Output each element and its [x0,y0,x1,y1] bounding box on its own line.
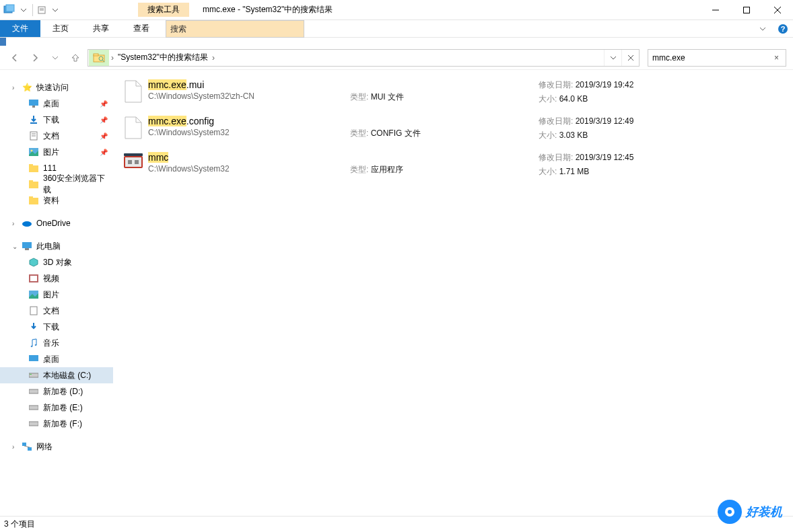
sidebar-item-label: 快速访问 [36,82,69,93]
navigation-bar: › "System32"中的搜索结果 › × [0,46,793,70]
svg-rect-25 [29,165,38,172]
drive-icon [28,402,39,413]
download-icon [28,114,39,125]
document-icon [28,130,39,141]
search-input[interactable] [652,53,771,63]
pin-icon: 📌 [100,149,108,156]
size-label: 大小: [539,167,559,176]
svg-rect-18 [32,106,35,108]
picture-icon [28,289,39,300]
sidebar-item-label: 111 [43,163,57,173]
svg-point-31 [22,221,32,227]
sidebar-pictures2[interactable]: 图片 [0,287,113,303]
sidebar-downloads[interactable]: 下载📌 [0,112,113,128]
result-path: C:\Windows\System32\zh-CN [148,91,350,101]
status-bar: 3 个项目 [0,516,793,532]
pin-icon: 📌 [100,100,108,108]
tab-share[interactable]: 共享 [81,20,121,37]
tab-home[interactable]: 主页 [40,20,81,37]
drive-icon [28,370,39,381]
sidebar-documents2[interactable]: 文档 [0,303,113,319]
sidebar-documents[interactable]: 文档📌 [0,128,113,144]
sidebar-folder-ziliao[interactable]: 资料 [0,192,113,208]
folder-icon [28,179,39,190]
svg-rect-40 [30,374,32,375]
watermark: 好装机 [718,500,782,524]
result-size: 64.0 KB [559,94,588,104]
sidebar-desktop[interactable]: 桌面📌 [0,96,113,112]
breadcrumb-chevron-icon[interactable]: › [110,53,115,63]
size-label: 大小: [539,130,559,140]
sidebar-network[interactable]: ›网络 [0,439,113,455]
breadcrumb-location[interactable]: "System32"中的搜索结果 [115,52,211,63]
tab-view[interactable]: 查看 [121,20,162,37]
result-path: C:\Windows\System32 [148,128,350,137]
clear-search-icon[interactable]: × [771,53,782,63]
sidebar-vol-f[interactable]: 新加卷 (F:) [0,416,113,432]
sidebar-item-label: 下载 [43,114,59,126]
pin-icon: 📌 [100,116,108,124]
sidebar-item-label: 文档 [43,130,59,142]
sidebar-item-label: 文档 [43,305,59,317]
size-label: 大小: [539,94,559,104]
result-type: CONFIG 文件 [371,128,421,138]
svg-rect-29 [29,198,38,204]
svg-rect-43 [29,422,38,426]
sidebar-3d-objects[interactable]: 3D 对象 [0,254,113,270]
3d-icon [28,257,39,268]
address-dropdown-icon[interactable] [604,50,621,66]
file-icon [121,79,145,106]
result-row[interactable]: mmcC:\Windows\System32 类型: 应用程序修改日期: 201… [117,149,789,182]
svg-rect-6 [744,7,750,13]
type-label: 类型: [350,165,371,174]
up-button[interactable] [67,50,83,66]
sidebar-quick-access[interactable]: ›⭐快速访问 [0,79,113,96]
svg-rect-33 [25,248,29,250]
date-label: 修改日期: [539,116,576,126]
sidebar-this-pc[interactable]: ⌄此电脑 [0,238,113,254]
type-label: 类型: [350,128,371,138]
stop-refresh-button[interactable] [621,50,639,66]
tab-file[interactable]: 文件 [0,20,40,37]
folder-icon [28,195,39,206]
sidebar-local-disk-c[interactable]: 本地磁盘 (C:) [0,367,113,383]
sidebar-folder-360[interactable]: 360安全浏览器下载 [0,176,113,192]
qat-chevron-icon[interactable] [49,4,61,16]
forward-button[interactable] [27,50,43,66]
svg-text:?: ? [781,25,786,33]
sidebar-onedrive[interactable]: ›OneDrive [0,215,113,231]
qat-dropdown-icon[interactable] [18,4,30,16]
picture-icon [28,147,39,157]
sidebar-videos[interactable]: 视频 [0,270,113,287]
sidebar-pictures[interactable]: 图片📌 [0,144,113,160]
address-bar[interactable]: › "System32"中的搜索结果 › [88,49,640,67]
result-size: 1.71 MB [559,167,590,176]
minimize-button[interactable] [700,0,731,20]
help-icon[interactable]: ? [773,20,793,37]
sidebar-vol-d[interactable]: 新加卷 (D:) [0,383,113,400]
sidebar-downloads2[interactable]: 下载 [0,319,113,335]
result-filename: mmc.exe.config [148,116,350,126]
result-row[interactable]: mmc.exe.configC:\Windows\System32 类型: CO… [117,113,789,145]
back-button[interactable] [7,50,23,66]
svg-rect-51 [135,160,139,164]
result-row[interactable]: mmc.exe.muiC:\Windows\System32\zh-CN 类型:… [117,77,789,109]
close-button[interactable] [762,0,793,20]
sidebar-vol-e[interactable]: 新加卷 (E:) [0,400,113,416]
result-filename: mmc [148,152,350,163]
sidebar-music[interactable]: 音乐 [0,335,113,351]
search-box[interactable]: × [648,49,786,67]
context-tab-label: 搜索工具 [138,3,189,17]
svg-rect-28 [29,180,33,182]
tab-search[interactable]: 搜索 [166,20,304,38]
ribbon-toggle-icon[interactable] [753,20,773,37]
maximize-button[interactable] [731,0,762,20]
watermark-text: 好装机 [746,504,782,520]
svg-rect-38 [29,355,38,361]
sidebar-item-label: 新加卷 (D:) [43,386,83,397]
sidebar-desktop2[interactable]: 桌面 [0,351,113,367]
breadcrumb-chevron-icon[interactable]: › [211,53,216,63]
results-pane: mmc.exe.muiC:\Windows\System32\zh-CN 类型:… [113,70,793,516]
qat-properties-icon[interactable] [36,4,48,16]
recent-dropdown-icon[interactable] [47,50,63,66]
